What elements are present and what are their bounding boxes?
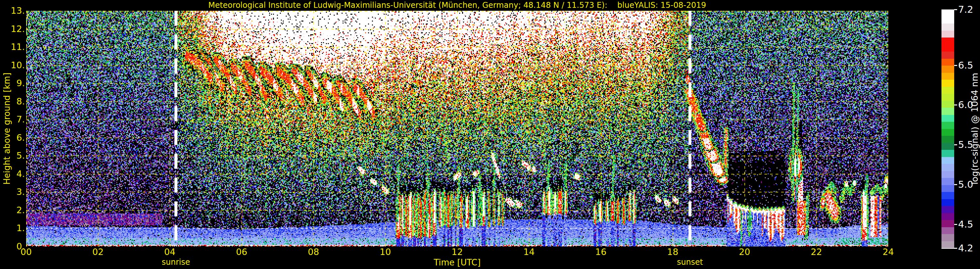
colorbar-segment — [942, 150, 954, 157]
colorbar-segment — [942, 171, 954, 178]
colorbar-segment — [942, 24, 954, 31]
colorbar-segment — [942, 10, 954, 17]
y-axis-title: Height above ground [km] — [2, 72, 12, 185]
colorbar-segment — [942, 87, 954, 94]
y-tick-label: 8. — [0, 96, 25, 107]
colorbar-segment — [942, 220, 954, 227]
colorbar-segment — [942, 185, 954, 192]
colorbar-segment — [942, 45, 954, 52]
colorbar-tick-mark — [954, 248, 957, 249]
colorbar-segment — [942, 17, 954, 24]
colorbar-segment — [942, 73, 954, 80]
x-tick-label: 12 — [444, 247, 470, 257]
sunset-label: sunset — [677, 258, 703, 267]
colorbar-tick-mark — [954, 105, 957, 105]
colorbar-tick-mark — [954, 9, 957, 10]
colorbar-tick-label: 4.2 — [958, 243, 973, 253]
lidar-quicklook-figure: Meteorological Institute of Ludwig-Maxim… — [0, 0, 980, 269]
colorbar-segment — [942, 115, 954, 122]
x-tick-label: 18 — [660, 247, 686, 257]
colorbar-segment — [942, 129, 954, 136]
colorbar-segment — [942, 178, 954, 185]
x-axis-title: Time [UTC] — [434, 258, 481, 267]
colorbar-segment — [942, 199, 954, 206]
colorbar-segment — [942, 234, 954, 241]
y-tick-label: 7. — [0, 114, 25, 125]
y-tick-label: 2. — [0, 205, 25, 215]
colorbar-tick-label: 4.5 — [958, 220, 973, 229]
x-tick-label: 14 — [516, 247, 542, 257]
colorbar-tick-mark — [954, 65, 957, 66]
x-tick-label: 20 — [732, 247, 757, 257]
lidar-heatmap-canvas — [26, 11, 888, 247]
x-tick-label: 22 — [803, 247, 829, 257]
colorbar-segment — [942, 157, 954, 164]
y-tick-label: 9. — [0, 78, 25, 89]
colorbar-segment — [942, 122, 954, 129]
colorbar-segment — [942, 52, 954, 59]
colorbar-segment — [942, 65, 954, 73]
colorbar-title: log(rc-signal) @ 1064 nm — [970, 73, 980, 185]
x-tick-label: 06 — [229, 247, 255, 257]
sunrise-label: sunrise — [162, 258, 190, 267]
chart-title: Meteorological Institute of Ludwig-Maxim… — [26, 1, 888, 10]
y-tick-label: 10. — [0, 60, 25, 70]
y-tick-label: 11. — [0, 42, 25, 52]
x-tick-label: 16 — [588, 247, 614, 257]
colorbar-segment — [942, 108, 954, 115]
colorbar-tick-mark — [954, 144, 957, 145]
colorbar-segment — [942, 227, 954, 234]
colorbar-segment — [942, 192, 954, 199]
colorbar-segment — [942, 59, 954, 66]
colorbar-tick-label: 6.5 — [958, 60, 973, 70]
colorbar-segment — [942, 143, 954, 150]
colorbar-segment — [942, 31, 954, 38]
colorbar-segment — [942, 101, 954, 108]
x-tick-label: 02 — [85, 247, 111, 257]
colorbar-segment — [942, 80, 954, 87]
y-tick-label: 3. — [0, 187, 25, 197]
colorbar-segment — [942, 38, 954, 45]
colorbar — [942, 10, 954, 249]
colorbar-segment — [942, 213, 954, 220]
colorbar-segment — [942, 164, 954, 171]
x-tick-label: 24 — [875, 247, 901, 257]
y-tick-label: 13. — [0, 6, 25, 16]
y-tick-label: 6. — [0, 132, 25, 143]
colorbar-segment — [942, 136, 954, 143]
x-tick-label: 08 — [301, 247, 326, 257]
y-tick-label: 12. — [0, 24, 25, 34]
y-tick-label: 5. — [0, 151, 25, 161]
colorbar-segment — [942, 241, 954, 248]
colorbar-tick-label: 7.2 — [958, 5, 973, 14]
colorbar-segment — [942, 94, 954, 101]
x-tick-label: 10 — [372, 247, 398, 257]
y-tick-label: 1. — [0, 223, 25, 233]
y-tick-label: 4. — [0, 169, 25, 179]
colorbar-tick-mark — [954, 184, 957, 185]
colorbar-tick-mark — [954, 224, 957, 225]
colorbar-segment — [942, 206, 954, 213]
x-tick-label: 04 — [157, 247, 183, 257]
x-tick-label: 00 — [13, 247, 39, 257]
